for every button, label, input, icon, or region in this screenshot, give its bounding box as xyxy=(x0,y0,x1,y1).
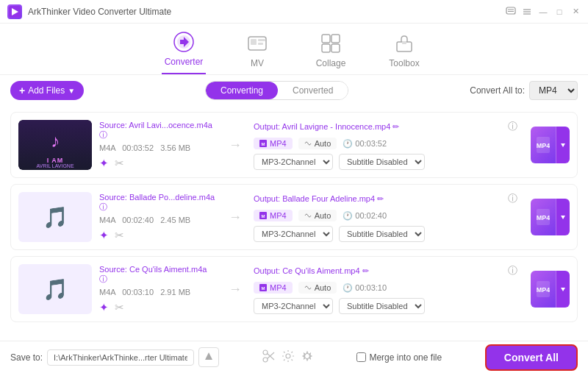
nav-mv-label: MV xyxy=(251,58,264,68)
mv-icon xyxy=(245,32,269,55)
audio-channel-select-2[interactable]: MP3-2Channel xyxy=(254,226,333,242)
subtitle-select-1[interactable]: Subtitle Disabled xyxy=(339,154,425,170)
audio-channel-select-1[interactable]: MP3-2Channel xyxy=(254,154,333,170)
nav-toolbox[interactable]: Toolbox xyxy=(382,32,426,74)
settings-icon-2[interactable]: ✦ xyxy=(99,229,109,242)
tab-converted[interactable]: Converted xyxy=(278,82,348,99)
output-top-1: Output: Avril Lavigne - Innocence.mp4 ✏ … xyxy=(254,120,517,133)
output-section-2: Output: Ballade Four Adeline.mp4 ✏ ⓘ M M… xyxy=(254,192,517,242)
settings-bottom-icon[interactable] xyxy=(282,349,295,366)
out-format-3: MP4 xyxy=(270,283,287,292)
info-output-icon-2[interactable]: ⓘ xyxy=(508,192,517,205)
output-label-3: Output: Ce Qu'ils Aiment.mp4 xyxy=(254,266,360,275)
file-duration-3: 00:03:10 xyxy=(122,288,154,296)
convert-dropdown-3[interactable] xyxy=(556,271,570,308)
chat-icon[interactable] xyxy=(506,7,516,17)
convert-dropdown-1[interactable] xyxy=(556,127,570,163)
menu-icon[interactable] xyxy=(522,7,532,17)
app-icon xyxy=(7,4,22,19)
svg-rect-13 xyxy=(258,39,265,41)
cut-bottom-icon[interactable] xyxy=(262,349,276,366)
cut-icon-1[interactable]: ✂ xyxy=(115,157,124,170)
settings-icon-1[interactable]: ✦ xyxy=(99,157,109,170)
music-note-icon-3: 🎵 xyxy=(43,277,68,302)
info-icon-3[interactable]: ⓘ xyxy=(99,274,107,283)
output-settings-3: M MP4 Auto 🕐 00:03:10 xyxy=(254,282,517,294)
add-files-button[interactable]: + Add Files ▼ xyxy=(10,81,84,100)
nav-converter[interactable]: Converter xyxy=(162,30,206,74)
subtitle-select-3[interactable]: Subtitle Disabled xyxy=(339,298,425,314)
output-section-1: Output: Avril Lavigne - Innocence.mp4 ✏ … xyxy=(254,120,517,170)
file-duration-2: 00:02:40 xyxy=(122,216,154,224)
file-size-3: 2.91 MB xyxy=(160,288,190,296)
convert-file-button-3[interactable]: MP4 xyxy=(531,271,556,308)
edit-icon-3[interactable]: ✏ xyxy=(362,266,369,275)
output-label-2: Output: Ballade Four Adeline.mp4 xyxy=(254,194,375,203)
gear-bottom-icon[interactable] xyxy=(301,349,314,366)
save-path-input[interactable] xyxy=(47,349,194,366)
file-format-3: M4A xyxy=(99,288,115,296)
settings-icon-3[interactable]: ✦ xyxy=(99,301,109,314)
out-quality-2: Auto xyxy=(315,211,331,220)
file-source-label-2: Source: Ballade Po...deline.m4a xyxy=(99,193,215,202)
svg-line-40 xyxy=(267,352,274,359)
svg-rect-2 xyxy=(506,7,515,14)
output-section-3: Output: Ce Qu'ils Aiment.mp4 ✏ ⓘ M MP4 A… xyxy=(254,264,517,314)
nav-mv[interactable]: MV xyxy=(235,32,279,74)
convert-file-button-1[interactable]: MP4 xyxy=(531,127,556,163)
file-source-1: Source: Avril Lavi...ocence.m4a ⓘ xyxy=(99,121,217,141)
save-path-browse-button[interactable] xyxy=(198,347,219,367)
app-title: ArkThinker Video Converter Ultimate xyxy=(28,7,171,17)
file-source-2: Source: Ballade Po...deline.m4a ⓘ xyxy=(99,193,217,213)
convert-file-button-2[interactable]: MP4 xyxy=(531,199,556,235)
out-duration-3: 00:03:10 xyxy=(355,283,387,292)
svg-text:MP4: MP4 xyxy=(537,286,550,294)
file-duration-1: 00:03:52 xyxy=(122,143,154,152)
edit-icon-2[interactable]: ✏ xyxy=(377,194,384,203)
arrow-icon-1: → xyxy=(229,138,242,153)
info-output-icon-1[interactable]: ⓘ xyxy=(508,120,517,133)
file-source-label-1: Source: Avril Lavi...ocence.m4a xyxy=(99,121,212,129)
convert-all-button[interactable]: Convert All xyxy=(485,344,578,371)
info-icon-2[interactable]: ⓘ xyxy=(99,202,107,211)
cut-icon-3[interactable]: ✂ xyxy=(115,301,124,314)
tab-converting[interactable]: Converting xyxy=(206,82,278,99)
output-icons-1: ⓘ xyxy=(508,120,517,133)
save-to-label: Save to: xyxy=(10,352,43,363)
svg-rect-14 xyxy=(258,43,263,45)
quality-badge-3: Auto xyxy=(298,282,337,294)
plus-icon: + xyxy=(19,85,25,96)
svg-text:M: M xyxy=(262,214,265,219)
nav-collage[interactable]: Collage xyxy=(309,32,353,74)
edit-icon-1[interactable]: ✏ xyxy=(392,122,399,131)
merge-checkbox[interactable] xyxy=(356,352,366,362)
audio-channel-select-3[interactable]: MP3-2Channel xyxy=(254,298,333,314)
minimize-button[interactable]: — xyxy=(538,7,548,17)
file-size-1: 3.56 MB xyxy=(160,143,190,152)
output-name-2: Output: Ballade Four Adeline.mp4 ✏ xyxy=(254,194,384,204)
maximize-button[interactable]: □ xyxy=(554,7,564,17)
svg-marker-25 xyxy=(561,143,565,147)
convert-dropdown-2[interactable] xyxy=(556,199,570,235)
svg-marker-35 xyxy=(561,288,565,291)
info-output-icon-3[interactable]: ⓘ xyxy=(508,264,517,277)
format-select[interactable]: MP4 MKV AVI MOV xyxy=(529,81,578,100)
tab-group: Converting Converted xyxy=(205,81,348,100)
file-actions-3: ✦ ✂ xyxy=(99,301,217,314)
title-bar-left: ArkThinker Video Converter Ultimate xyxy=(7,4,171,19)
close-button[interactable]: ✕ xyxy=(570,7,581,17)
file-meta-2: M4A 00:02:40 2.45 MB xyxy=(99,216,217,224)
bottom-action-icons xyxy=(262,349,314,366)
file-actions-2: ✦ ✂ xyxy=(99,229,217,242)
file-format-2: M4A xyxy=(99,216,115,224)
file-thumbnail-1: I AM AVRIL LAVIGNE ♪ xyxy=(18,120,92,170)
subtitle-select-2[interactable]: Subtitle Disabled xyxy=(339,226,425,242)
cut-icon-2[interactable]: ✂ xyxy=(115,229,124,242)
duration-1: 🕐 00:03:52 xyxy=(343,139,387,149)
output-settings-1: M MP4 Auto 🕐 00:03:52 xyxy=(254,138,517,149)
info-icon-1[interactable]: ⓘ xyxy=(99,130,107,139)
svg-point-42 xyxy=(304,353,309,358)
svg-point-41 xyxy=(286,354,290,358)
convert-all-to-label: Convert All to: xyxy=(470,85,525,96)
output-top-2: Output: Ballade Four Adeline.mp4 ✏ ⓘ xyxy=(254,192,517,205)
